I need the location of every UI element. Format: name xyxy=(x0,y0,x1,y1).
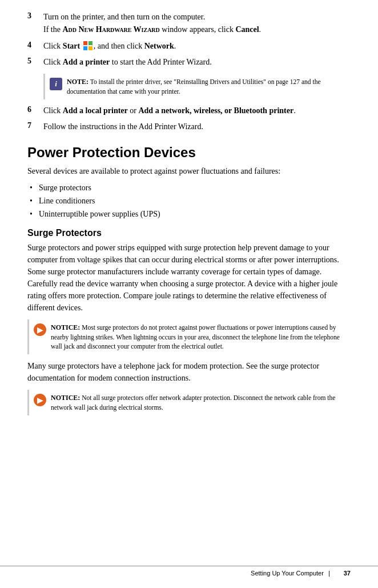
note-label: NOTE: xyxy=(67,78,89,86)
note-icon: i xyxy=(50,78,62,90)
cancel-label: Cancel xyxy=(235,25,259,34)
step-7-content: Follow the instructions in the Add Print… xyxy=(43,121,351,134)
step-5: 5 Click Add a printer to start the Add P… xyxy=(27,57,351,69)
start-label: Start xyxy=(63,42,80,50)
power-protection-bullets: Surge protectors Line conditioners Unint… xyxy=(27,182,351,220)
svg-rect-0 xyxy=(83,41,87,45)
step-6-text: Click Add a local printer or Add a netwo… xyxy=(43,105,351,117)
svg-rect-1 xyxy=(89,41,93,45)
note-box: i NOTE: To install the printer driver, s… xyxy=(43,74,351,99)
footer-separator: | xyxy=(328,570,330,577)
step-5-number: 5 xyxy=(27,57,43,66)
step-6: 6 Click Add a local printer or Add a net… xyxy=(27,105,351,118)
step-6-number: 6 xyxy=(27,105,43,114)
surge-protectors-para2: Many surge protectors have a telephone j… xyxy=(27,360,351,384)
step-3-line1: Turn on the printer, and then turn on th… xyxy=(43,11,351,23)
windows-logo-icon xyxy=(83,41,93,50)
add-hardware-wizard-label: Add New Hardware Wizard xyxy=(62,25,159,34)
bullet-line-conditioners: Line conditioners xyxy=(27,195,351,207)
notice-icon-1: ▶ xyxy=(34,323,46,336)
step-3: 3 Turn on the printer, and then turn on … xyxy=(27,11,351,37)
step-3-content: Turn on the printer, and then turn on th… xyxy=(43,11,351,37)
footer-text: Setting Up Your Computer xyxy=(251,570,324,577)
bullet-surge-protectors: Surge protectors xyxy=(27,182,351,194)
bullet-ups: Uninterruptible power supplies (UPS) xyxy=(27,208,351,220)
note-text: NOTE: To install the printer driver, see… xyxy=(67,77,346,96)
page-footer: Setting Up Your Computer | 37 xyxy=(0,566,378,577)
step-7: 7 Follow the instructions in the Add Pri… xyxy=(27,121,351,134)
svg-rect-3 xyxy=(89,46,93,50)
step-3-number: 3 xyxy=(27,11,43,21)
notice-box-2: ▶ NOTICE: Not all surge protectors offer… xyxy=(27,390,351,415)
notice-body-2: Not all surge protectors offer network a… xyxy=(51,394,335,411)
add-local-printer-label: Add a local printer xyxy=(63,106,128,115)
notice-label-2: NOTICE: xyxy=(51,394,80,402)
notice-icon-2: ▶ xyxy=(34,394,46,406)
surge-protectors-para1: Surge protectors and power strips equipp… xyxy=(27,242,351,314)
step-3-line2: If the Add New Hardware Wizard window ap… xyxy=(43,24,351,35)
step-5-content: Click Add a printer to start the Add Pri… xyxy=(43,57,351,69)
notice-body-1: Most surge protectors do not protect aga… xyxy=(51,324,340,350)
network-label: Network xyxy=(144,42,174,50)
notice-box-1: ▶ NOTICE: Most surge protectors do not p… xyxy=(27,319,351,354)
notice-text-1: NOTICE: Most surge protectors do not pro… xyxy=(51,323,346,351)
power-protection-heading: Power Protection Devices xyxy=(27,145,351,161)
notice-text-2: NOTICE: Not all surge protectors offer n… xyxy=(51,393,346,412)
step-4: 4 Click Start , and then click Network. xyxy=(27,41,351,53)
step-4-content: Click Start , and then click Network. xyxy=(43,41,351,53)
step-7-text: Follow the instructions in the Add Print… xyxy=(43,121,351,133)
step-4-text: Click Start , and then click Network. xyxy=(43,41,351,52)
footer-page-number: 37 xyxy=(344,570,351,577)
step-5-text: Click Add a printer to start the Add Pri… xyxy=(43,57,351,68)
notice-label-1: NOTICE: xyxy=(51,323,80,331)
power-protection-intro: Several devices are available to protect… xyxy=(27,165,351,177)
step-6-content: Click Add a local printer or Add a netwo… xyxy=(43,105,351,118)
step-4-number: 4 xyxy=(27,41,43,50)
svg-rect-2 xyxy=(83,46,87,50)
surge-protectors-heading: Surge Protectors xyxy=(27,228,351,238)
add-printer-label: Add a printer xyxy=(63,58,110,66)
note-body: To install the printer driver, see "Rein… xyxy=(67,78,321,95)
step-7-number: 7 xyxy=(27,121,43,130)
add-network-printer-label: Add a network, wireless, or Bluetooth pr… xyxy=(138,106,293,115)
